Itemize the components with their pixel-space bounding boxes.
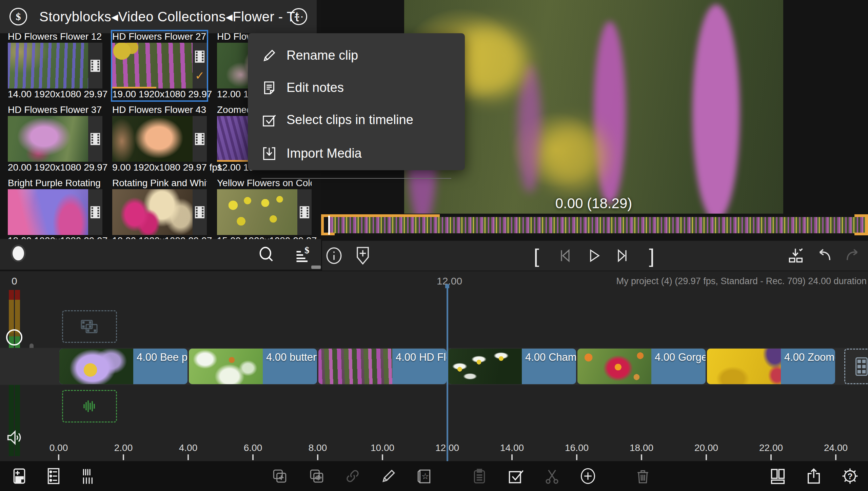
- preset-star-button[interactable]: ☆: [414, 466, 434, 486]
- redo-icon[interactable]: [843, 246, 862, 265]
- timeline-clip[interactable]: 4.00 Gorgeou: [577, 349, 706, 384]
- library-ellipsis-menu-button[interactable]: ⋯: [290, 8, 307, 25]
- film-icon: ✓: [193, 43, 207, 89]
- clip-thumbnail: [707, 349, 781, 384]
- menu-item-edit-notes[interactable]: Edit notes: [248, 72, 465, 104]
- media-item[interactable]: Rotating Pink and Whit... 18.00 1920x108…: [112, 178, 207, 247]
- ruler-label: 0.00: [43, 443, 74, 453]
- film-frames-icon: [80, 319, 99, 334]
- context-menu: Rename clip Edit notes Select clips in t…: [248, 33, 465, 170]
- insert-clip-button[interactable]: [9, 466, 30, 486]
- link-clips-button[interactable]: [342, 466, 363, 486]
- media-item[interactable]: Bright Purple Rotating ... 18.00 1920x10…: [8, 178, 102, 247]
- media-item[interactable]: Yellow Flowers on Colo... 15.00 1920x108…: [217, 178, 312, 247]
- clip-detail-button[interactable]: [43, 466, 64, 486]
- ruler-label: 16.00: [561, 443, 592, 453]
- add-button[interactable]: [578, 466, 598, 486]
- scrubber-playhead[interactable]: [328, 216, 330, 235]
- audio-track-placeholder[interactable]: [62, 390, 117, 423]
- mark-out-button[interactable]: ]: [642, 246, 661, 266]
- svg-text:☆: ☆: [421, 471, 429, 481]
- append-clip-placeholder[interactable]: [844, 349, 868, 384]
- library-breadcrumb-title: Storyblocks◂Video Collections◂Flower - T…: [39, 9, 299, 24]
- meter-zero-label: 0: [12, 275, 17, 287]
- panel-resize-handle[interactable]: [311, 266, 321, 269]
- film-icon: [297, 189, 312, 235]
- media-item-name: Bright Purple Rotating ...: [8, 178, 102, 189]
- preview-flower-art: [692, 4, 740, 214]
- delete-button[interactable]: [633, 466, 653, 486]
- overlay-track-placeholder[interactable]: [62, 310, 117, 343]
- split-clip-button[interactable]: [542, 466, 562, 486]
- media-item-thumbnail: [217, 189, 297, 235]
- lumafusion-app: $ Storyblocks◂Video Collections◂Flower -…: [0, 0, 868, 491]
- select-multiple-button[interactable]: [506, 466, 526, 486]
- film-icon: [88, 189, 102, 235]
- timeline-clip[interactable]: 4.00 Bee poll: [59, 349, 188, 384]
- timeline-clip[interactable]: 4.00 Zoomed: [707, 349, 835, 384]
- share-export-button[interactable]: [804, 466, 824, 486]
- clip-thumbnail: [577, 349, 651, 384]
- media-item-name: HD Flowers Flower 27: [112, 31, 207, 43]
- menu-item-label: Import Media: [287, 146, 362, 161]
- media-item-thumbnail: [8, 189, 88, 235]
- menu-item-label: Select clips in timeline: [287, 113, 413, 127]
- media-item-thumbnail: [112, 43, 193, 89]
- transport-bar: [ ]: [322, 241, 868, 271]
- timeline-clip[interactable]: 4.00 HD Flow: [318, 349, 447, 384]
- layout-button[interactable]: [768, 466, 788, 486]
- help-settings-button[interactable]: ?: [840, 466, 860, 486]
- media-item[interactable]: HD Flowers Flower 43 9.00 1920x1080 29.9…: [112, 104, 207, 174]
- menu-item-rename-clip[interactable]: Rename clip: [248, 39, 465, 72]
- timeline-zoom-button[interactable]: [79, 466, 99, 486]
- media-item[interactable]: HD Flowers Flower 37 20.00 1920x1080 29.…: [8, 104, 102, 174]
- insert-to-timeline-icon[interactable]: [787, 246, 806, 265]
- record-voiceover-button[interactable]: [11, 244, 26, 262]
- undo-icon[interactable]: [815, 246, 834, 265]
- add-marker-icon[interactable]: [354, 246, 372, 266]
- ruler-label: 14.00: [497, 443, 527, 453]
- volume-knob[interactable]: [6, 329, 22, 346]
- search-icon[interactable]: [257, 245, 276, 264]
- clip-label: 4.00 butterfli: [266, 351, 317, 364]
- previous-frame-button[interactable]: [555, 247, 574, 264]
- menu-item-label: Edit notes: [287, 80, 344, 95]
- sort-list-icon[interactable]: $: [294, 245, 313, 264]
- clipboard-button[interactable]: [469, 466, 490, 486]
- ruler-label: 18.00: [626, 443, 657, 453]
- out-point-handle[interactable]: [854, 214, 868, 235]
- mark-in-button[interactable]: [: [527, 246, 546, 266]
- project-info: My project (4) (29.97 fps, Standard - Re…: [616, 276, 867, 287]
- clip-info-icon[interactable]: [325, 247, 343, 265]
- waveform-icon: [80, 399, 99, 413]
- media-item-thumbnail: [112, 116, 193, 162]
- media-item-selected[interactable]: HD Flowers Flower 27 ✓ 19.00 1920x1080 2…: [112, 31, 207, 100]
- menu-item-import-media[interactable]: Import Media: [248, 137, 465, 170]
- filmstrip-scrubber[interactable]: [330, 217, 868, 233]
- ruler-tick: [382, 454, 383, 460]
- mark-in-bracket: [: [534, 244, 539, 267]
- playhead-tick: [445, 284, 449, 288]
- timeline-clip[interactable]: 4.00 butterfli: [189, 349, 317, 384]
- media-item[interactable]: HD Flowers Flower 12 14.00 1920x1080 29.…: [8, 31, 102, 100]
- timeline-clip[interactable]: 4.00 Chamor: [448, 349, 576, 384]
- media-item-thumbnail: [112, 189, 193, 235]
- timeline-playhead[interactable]: [447, 288, 448, 461]
- ruler-tick: [123, 454, 124, 460]
- ruler-tick: [576, 454, 577, 460]
- clip-thumbnail: [318, 349, 392, 384]
- overwrite-clip-button[interactable]: [270, 466, 290, 486]
- preview-scrubber[interactable]: [321, 214, 868, 235]
- menu-item-select-clips-in-timeline[interactable]: Select clips in timeline: [248, 104, 465, 136]
- overwrite-audio-button[interactable]: [307, 466, 327, 486]
- film-icon: [193, 189, 207, 235]
- speaker-icon[interactable]: [5, 428, 24, 447]
- ruler-label: 2.00: [108, 443, 139, 453]
- clip-label: 4.00 Gorgeou: [655, 351, 706, 364]
- play-button[interactable]: [585, 247, 604, 264]
- in-point-handle[interactable]: [321, 214, 335, 235]
- preview-flower-art: [594, 21, 626, 204]
- next-frame-button[interactable]: [613, 247, 632, 264]
- edit-clip-button[interactable]: [378, 466, 399, 486]
- media-item-name: Yellow Flowers on Colo...: [217, 178, 312, 189]
